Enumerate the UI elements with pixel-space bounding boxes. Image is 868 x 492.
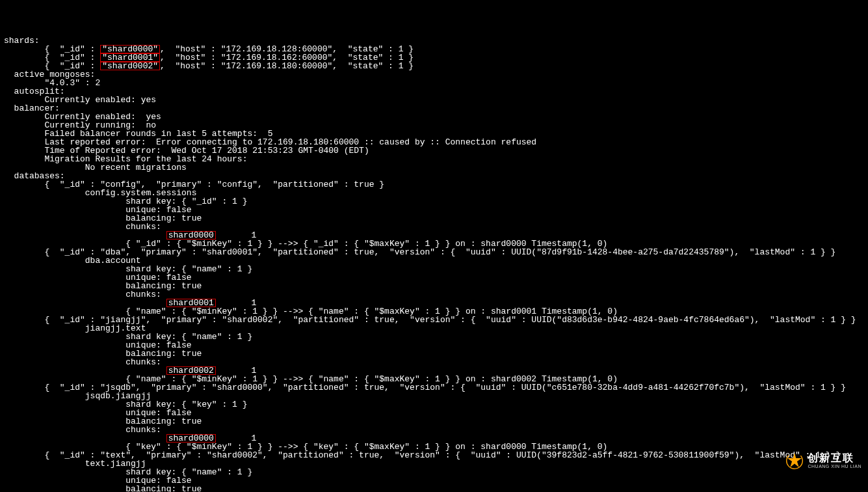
terminal-output: shards: { "_id" : "shard0000", "host" : … [4,36,864,492]
shard2-rest: , "host" : "172.169.18.180:60000", "stat… [160,61,414,71]
shard2-id-highlight: "shard0002" [100,62,160,70]
logo-icon [785,435,804,487]
logo-text-cn: 创新互联 [808,452,861,464]
db-text-balancing: balancing: true [4,484,202,492]
watermark-logo: 创新互联 CHUANG XIN HU LIAN [785,435,861,487]
logo-text-en: CHUANG XIN HU LIAN [808,464,861,469]
